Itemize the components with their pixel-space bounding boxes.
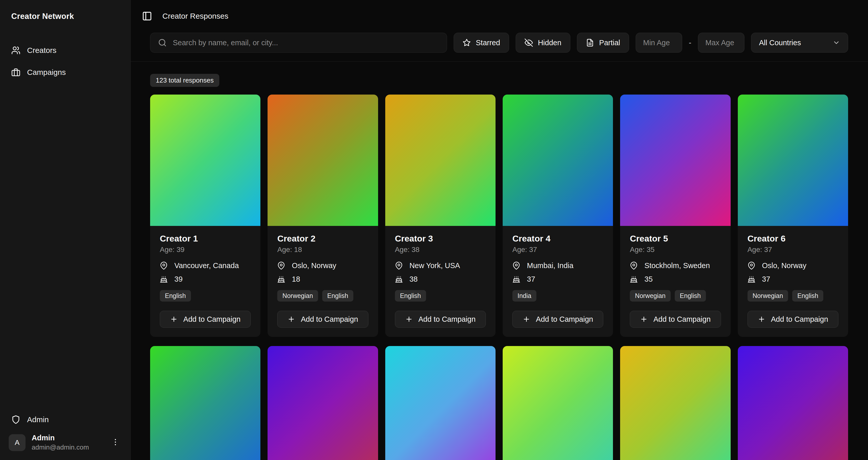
cake-icon <box>513 275 520 283</box>
creator-language-tags: NorwegianEnglish <box>277 290 368 301</box>
creator-card-partial <box>268 346 378 460</box>
plus-icon <box>758 315 765 323</box>
creator-name: Creator 4 <box>513 234 603 243</box>
creator-image <box>268 346 378 460</box>
filter-button-label: Hidden <box>538 38 561 47</box>
add-to-campaign-button[interactable]: Add to Campaign <box>747 311 838 327</box>
creator-location: Vancouver, Canada <box>174 261 239 270</box>
creator-card: Creator 2Age: 18Oslo, Norway18NorwegianE… <box>268 94 378 337</box>
page-title: Creator Responses <box>162 12 228 21</box>
creator-location: New York, USA <box>409 261 460 270</box>
max-age-input[interactable] <box>698 33 744 53</box>
cake-icon <box>395 275 403 283</box>
add-to-campaign-button[interactable]: Add to Campaign <box>160 311 251 327</box>
country-select[interactable]: All Countries <box>751 33 848 53</box>
filter-button-starred[interactable]: Starred <box>454 33 509 53</box>
creator-language-tags: English <box>395 290 486 301</box>
creator-card-body: Creator 2Age: 18Oslo, Norway18NorwegianE… <box>268 226 378 337</box>
creator-location: Oslo, Norway <box>292 261 336 270</box>
search-icon <box>158 38 167 47</box>
panel-left-icon <box>142 11 152 21</box>
creator-card-partial <box>503 346 613 460</box>
creator-location: Mumbai, India <box>527 261 574 270</box>
add-to-campaign-button[interactable]: Add to Campaign <box>277 311 368 327</box>
language-tag: Norwegian <box>630 290 671 301</box>
map-pin-icon <box>395 262 403 269</box>
sidebar-toggle-button[interactable] <box>142 11 152 21</box>
add-to-campaign-label: Add to Campaign <box>418 315 475 323</box>
plus-icon <box>640 315 648 323</box>
creator-image <box>385 346 496 460</box>
map-pin-icon <box>160 262 168 269</box>
creator-card-body: Creator 4Age: 37Mumbai, India37IndiaAdd … <box>503 226 613 337</box>
creator-birthday-row: 38 <box>395 275 486 283</box>
creator-birthday-row: 35 <box>630 275 721 283</box>
creator-age-label: Age: 18 <box>277 246 368 254</box>
add-to-campaign-label: Add to Campaign <box>183 315 241 323</box>
sidebar-item-label: Admin <box>27 415 49 424</box>
sidebar-item-label: Creators <box>27 46 56 55</box>
creator-location-row: Oslo, Norway <box>277 261 368 270</box>
creator-card-partial <box>620 346 731 460</box>
user-name: Admin <box>32 434 103 442</box>
creator-age: 39 <box>174 275 183 283</box>
sidebar-nav: CreatorsCampaigns <box>0 41 130 82</box>
filter-button-hidden[interactable]: Hidden <box>516 33 570 53</box>
creator-birthday-row: 37 <box>747 275 838 283</box>
creator-image <box>620 94 731 226</box>
more-vertical-icon <box>111 438 120 447</box>
plus-icon <box>405 315 413 323</box>
search-input[interactable] <box>173 38 439 47</box>
sidebar-item-admin[interactable]: Admin <box>5 410 125 429</box>
add-to-campaign-label: Add to Campaign <box>653 315 711 323</box>
creator-card-partial <box>150 346 260 460</box>
add-to-campaign-button[interactable]: Add to Campaign <box>513 311 603 327</box>
min-age-input[interactable] <box>636 33 682 53</box>
creator-location: Stockholm, Sweden <box>644 261 710 270</box>
creator-image <box>150 94 260 226</box>
sidebar-item-creators[interactable]: Creators <box>5 41 125 60</box>
shield-icon <box>11 415 21 424</box>
creator-name: Creator 2 <box>277 234 368 243</box>
star-icon <box>463 38 471 47</box>
creator-name: Creator 3 <box>395 234 486 243</box>
user-menu-button[interactable] <box>109 436 122 450</box>
language-tag: English <box>792 290 823 301</box>
add-to-campaign-label: Add to Campaign <box>536 315 593 323</box>
add-to-campaign-button[interactable]: Add to Campaign <box>395 311 486 327</box>
total-responses-badge: 123 total responses <box>150 74 219 87</box>
creator-location: Oslo, Norway <box>762 261 806 270</box>
creator-age-label: Age: 37 <box>747 246 838 254</box>
cake-icon <box>277 275 285 283</box>
filter-button-partial[interactable]: Partial <box>577 33 629 53</box>
user-email: admin@admin.com <box>32 443 103 451</box>
creator-card: Creator 6Age: 37Oslo, Norway37NorwegianE… <box>738 94 848 337</box>
creator-age-label: Age: 38 <box>395 246 486 254</box>
creator-name: Creator 6 <box>747 234 838 243</box>
add-to-campaign-label: Add to Campaign <box>771 315 828 323</box>
creator-birthday-row: 39 <box>160 275 251 283</box>
briefcase-icon <box>11 68 21 77</box>
language-tag: Norwegian <box>747 290 788 301</box>
cake-icon <box>630 275 638 283</box>
creator-name: Creator 5 <box>630 234 721 243</box>
add-to-campaign-button[interactable]: Add to Campaign <box>630 311 721 327</box>
creator-image <box>268 94 378 226</box>
map-pin-icon <box>630 262 638 269</box>
country-select-value: All Countries <box>759 38 801 47</box>
language-tag: English <box>395 290 426 301</box>
sidebar-footer: Admin A Admin admin@admin.com <box>0 410 130 460</box>
user-row: A Admin admin@admin.com <box>5 429 125 456</box>
plus-icon <box>170 315 178 323</box>
creator-birthday-row: 18 <box>277 275 368 283</box>
toolbar: StarredHiddenPartial - All Countries <box>150 33 848 53</box>
cake-icon <box>160 275 168 283</box>
sidebar-item-campaigns[interactable]: Campaigns <box>5 63 125 82</box>
creator-age: 37 <box>527 275 535 283</box>
language-tag: India <box>513 290 536 301</box>
age-range-separator: - <box>689 38 691 47</box>
language-tag: English <box>675 290 706 301</box>
creator-card: Creator 1Age: 39Vancouver, Canada39Engli… <box>150 94 260 337</box>
sidebar-item-label: Campaigns <box>27 68 66 77</box>
creator-location-row: Vancouver, Canada <box>160 261 251 270</box>
